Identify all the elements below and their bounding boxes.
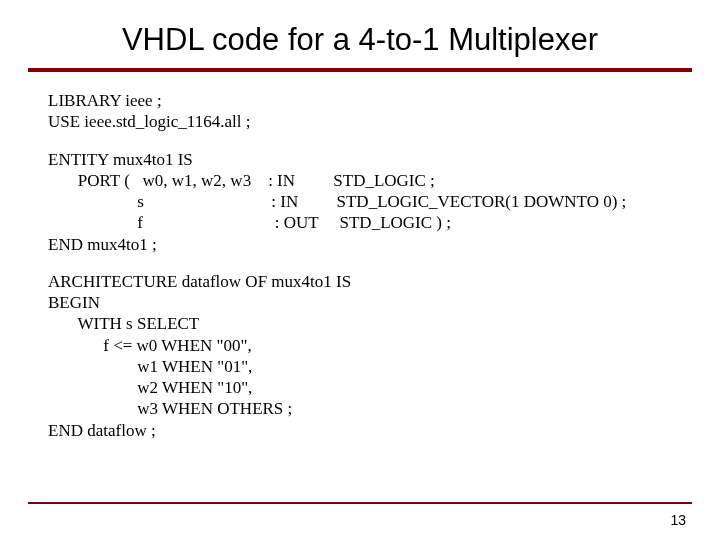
page-number: 13 — [670, 512, 686, 528]
title-underline — [28, 68, 692, 72]
footer-rule — [28, 502, 692, 504]
architecture-block: ARCHITECTURE dataflow OF mux4to1 IS BEGI… — [48, 271, 672, 441]
slide: VHDL code for a 4-to-1 Multiplexer LIBRA… — [0, 0, 720, 540]
slide-title: VHDL code for a 4-to-1 Multiplexer — [0, 0, 720, 68]
code-content: LIBRARY ieee ; USE ieee.std_logic_1164.a… — [0, 90, 720, 441]
library-block: LIBRARY ieee ; USE ieee.std_logic_1164.a… — [48, 90, 672, 133]
entity-block: ENTITY mux4to1 IS PORT ( w0, w1, w2, w3 … — [48, 149, 672, 255]
